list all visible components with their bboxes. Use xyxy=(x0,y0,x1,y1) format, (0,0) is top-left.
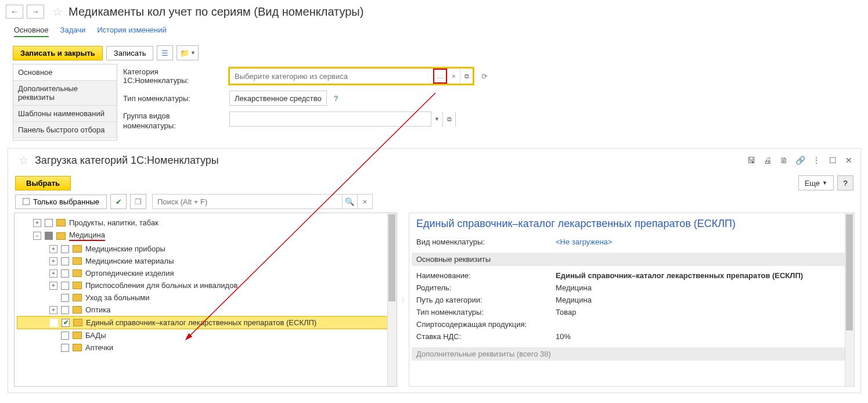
tab-main[interactable]: Основное xyxy=(14,26,49,37)
refresh-icon[interactable]: ⟳ xyxy=(481,72,488,81)
tree-row[interactable]: Уход за больными xyxy=(17,292,394,304)
list-icon-button[interactable]: ☰ xyxy=(157,45,173,60)
expand-icon[interactable]: + xyxy=(49,245,57,253)
help-button[interactable]: ? xyxy=(837,175,853,190)
scroll-thumb[interactable] xyxy=(388,214,395,301)
tree-row[interactable]: + Приспособления для больных и инвалидов xyxy=(17,279,394,292)
tree-row[interactable]: + Медицинские приборы xyxy=(17,243,394,255)
group-open-button[interactable]: ⧉ xyxy=(442,111,455,127)
tree-label[interactable]: Оптика xyxy=(85,305,111,314)
modal-star-icon[interactable]: ☆ xyxy=(19,153,29,167)
tree-label[interactable]: Приспособления для больных и инвалидов xyxy=(85,281,237,290)
category-clear-button[interactable]: × xyxy=(447,69,460,84)
group-label: Группа видов номенклатуры: xyxy=(123,111,225,131)
tree-scrollbar[interactable] xyxy=(387,213,397,386)
tree-label[interactable]: БАДы xyxy=(85,331,106,340)
expand-icon[interactable]: + xyxy=(49,282,57,290)
tree-row[interactable]: БАДы xyxy=(17,329,394,341)
tree-checkbox[interactable] xyxy=(45,232,53,240)
sidebar-item-main[interactable]: Основное xyxy=(13,64,117,81)
folder-dropdown-button[interactable]: 📁▼ xyxy=(177,45,199,60)
type-help-link[interactable]: ? xyxy=(334,94,338,103)
detail-path-value: Медицина xyxy=(556,296,592,304)
category-tree[interactable]: + Продукты, напитки, табак − Медицина + … xyxy=(14,213,397,387)
tree-row[interactable]: + Оптика xyxy=(17,304,394,316)
tree-row[interactable]: + Ортопедические изделия xyxy=(17,267,394,279)
tree-checkbox[interactable]: ✔ xyxy=(62,319,70,327)
tree-label[interactable]: Медицина xyxy=(69,231,105,241)
collapse-icon[interactable]: − xyxy=(33,232,41,240)
detail-type-label: Тип номенклатуры: xyxy=(416,308,556,316)
sidebar-item-extra[interactable]: Дополнительные реквизиты xyxy=(13,81,117,106)
tree-label[interactable]: Медицинские приборы xyxy=(85,244,165,253)
splitter[interactable]: ⋮ xyxy=(401,213,405,387)
expand-icon[interactable]: + xyxy=(49,257,57,265)
checkbox-icon xyxy=(23,198,30,205)
tree-row-selected[interactable]: ✔ Единый справочник–каталог лекарственны… xyxy=(17,316,394,329)
search-clear-button[interactable]: × xyxy=(357,195,372,208)
expand-icon[interactable]: + xyxy=(49,269,57,278)
tree-checkbox[interactable] xyxy=(61,294,69,302)
nav-back-button[interactable]: ← xyxy=(6,5,23,19)
tab-history[interactable]: История изменений xyxy=(97,26,167,35)
nav-forward-button[interactable]: → xyxy=(27,5,44,19)
expander-none xyxy=(49,294,57,302)
tree-row[interactable]: − Медицина xyxy=(17,229,394,243)
tree-checkbox[interactable] xyxy=(61,257,69,265)
tree-label[interactable]: Единый справочник–каталог лекарственных … xyxy=(86,318,316,327)
tabstrip: Основное Задачи История изменений xyxy=(0,23,868,42)
detail-scrollbar[interactable] xyxy=(845,213,854,386)
page-title: Медикаменты кол учет по сериям (Вид номе… xyxy=(69,5,363,19)
tree-checkbox[interactable] xyxy=(61,306,69,314)
side-nav: Основное Дополнительные реквизиты Шаблон… xyxy=(13,64,117,141)
save-button[interactable]: Записать xyxy=(106,46,154,60)
scroll-thumb[interactable] xyxy=(846,214,853,330)
check-icon: ✔ xyxy=(116,197,122,206)
more-vert-icon[interactable]: ⋮ xyxy=(811,154,822,166)
tree-label[interactable]: Аптечки xyxy=(85,343,113,352)
tree-checkbox[interactable] xyxy=(61,245,69,253)
tree-checkbox[interactable] xyxy=(61,332,69,340)
tree-checkbox[interactable] xyxy=(61,282,69,290)
sidebar-item-templates[interactable]: Шаблоны наименований xyxy=(13,106,117,122)
group-dropdown-button[interactable]: ▼ xyxy=(431,111,442,127)
select-button[interactable]: Выбрать xyxy=(15,176,71,190)
category-input[interactable] xyxy=(230,69,433,84)
favorite-star-icon[interactable]: ☆ xyxy=(52,5,63,19)
expand-icon[interactable]: + xyxy=(33,219,41,227)
type-value: Лекарственное средство xyxy=(230,94,326,103)
search-input[interactable] xyxy=(153,195,342,208)
save-icon[interactable]: 🖫 xyxy=(745,154,757,166)
tree-row[interactable]: + Медицинские материалы xyxy=(17,255,394,267)
more-button[interactable]: Еще▼ xyxy=(798,175,834,190)
link-icon[interactable]: 🔗 xyxy=(794,154,806,166)
maximize-icon[interactable]: ☐ xyxy=(827,154,838,166)
tree-label[interactable]: Уход за больными xyxy=(85,293,149,302)
group-input[interactable]: ▼ ⧉ xyxy=(229,111,456,127)
check-all-button[interactable]: ✔ xyxy=(110,194,127,209)
tree-checkbox[interactable] xyxy=(61,269,69,278)
tree-label[interactable]: Ортопедические изделия xyxy=(85,269,174,278)
tree-row[interactable]: Аптечки xyxy=(17,341,394,354)
category-picker-modal: ☆ Загрузка категорий 1С:Номенклатуры 🖫 🖨… xyxy=(8,149,860,393)
tab-tasks[interactable]: Задачи xyxy=(60,26,86,35)
expand-icon[interactable]: + xyxy=(49,306,57,314)
category-open-button[interactable]: ⧉ xyxy=(460,69,473,84)
preview-icon[interactable]: 🗎 xyxy=(778,154,790,166)
close-icon[interactable]: ✕ xyxy=(843,154,855,166)
save-close-button[interactable]: Записать и закрыть xyxy=(13,46,103,60)
tree-label[interactable]: Медицинские материалы xyxy=(85,257,174,265)
only-selected-button[interactable]: Только выбранные xyxy=(15,195,107,209)
tree-checkbox[interactable] xyxy=(45,219,53,227)
category-select-button[interactable]: … xyxy=(433,69,447,84)
detail-kind-label: Вид номенклатуры: xyxy=(416,238,556,246)
tree-label[interactable]: Продукты, напитки, табак xyxy=(69,218,159,227)
detail-kind-value[interactable]: <Не загружена> xyxy=(556,238,612,246)
sidebar-item-quickfilter[interactable]: Панель быстрого отбора xyxy=(13,122,117,138)
uncheck-all-button[interactable]: ❐ xyxy=(130,194,146,209)
tree-row[interactable]: + Продукты, напитки, табак xyxy=(17,217,394,229)
category-label: Категория 1С:Номенклатуры: xyxy=(123,67,225,85)
search-button[interactable]: 🔍 xyxy=(342,195,357,208)
print-icon[interactable]: 🖨 xyxy=(762,154,773,166)
tree-checkbox[interactable] xyxy=(61,344,69,352)
